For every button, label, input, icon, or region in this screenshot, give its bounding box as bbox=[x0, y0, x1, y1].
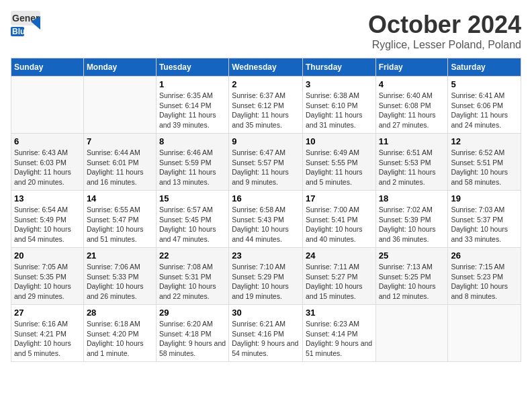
calendar-table: SundayMondayTuesdayWednesdayThursdayFrid… bbox=[11, 58, 521, 362]
header-wednesday: Wednesday bbox=[229, 58, 303, 77]
logo: General Blue bbox=[11, 11, 43, 39]
header-friday: Friday bbox=[375, 58, 448, 77]
day-number: 5 bbox=[451, 79, 518, 89]
header-monday: Monday bbox=[83, 58, 156, 77]
calendar-cell: 16Sunrise: 6:58 AMSunset: 5:43 PMDayligh… bbox=[229, 191, 303, 248]
calendar-cell: 3Sunrise: 6:38 AMSunset: 6:10 PMDaylight… bbox=[302, 77, 375, 134]
calendar-cell: 9Sunrise: 6:47 AMSunset: 5:57 PMDaylight… bbox=[229, 134, 303, 191]
day-info: Sunrise: 7:06 AMSunset: 5:33 PMDaylight:… bbox=[87, 262, 153, 302]
header-sunday: Sunday bbox=[11, 58, 84, 77]
calendar-header-row: SundayMondayTuesdayWednesdayThursdayFrid… bbox=[11, 58, 521, 77]
day-info: Sunrise: 6:49 AMSunset: 5:55 PMDaylight:… bbox=[306, 148, 373, 187]
day-info: Sunrise: 7:00 AMSunset: 5:41 PMDaylight:… bbox=[306, 205, 373, 244]
calendar-cell: 21Sunrise: 7:06 AMSunset: 5:33 PMDayligh… bbox=[83, 248, 156, 305]
day-number: 16 bbox=[232, 193, 300, 203]
day-number: 26 bbox=[451, 250, 518, 261]
day-number: 8 bbox=[159, 136, 226, 146]
calendar-cell: 8Sunrise: 6:46 AMSunset: 5:59 PMDaylight… bbox=[156, 134, 228, 191]
calendar-cell bbox=[83, 77, 156, 134]
calendar-cell: 23Sunrise: 7:10 AMSunset: 5:29 PMDayligh… bbox=[229, 248, 303, 305]
week-row-2: 6Sunrise: 6:43 AMSunset: 6:03 PMDaylight… bbox=[11, 134, 521, 191]
calendar-cell: 10Sunrise: 6:49 AMSunset: 5:55 PMDayligh… bbox=[302, 134, 375, 191]
header-thursday: Thursday bbox=[302, 58, 375, 77]
calendar-cell: 31Sunrise: 6:23 AMSunset: 4:14 PMDayligh… bbox=[302, 305, 375, 362]
day-number: 10 bbox=[306, 136, 373, 146]
day-number: 2 bbox=[232, 79, 300, 89]
calendar-cell: 13Sunrise: 6:54 AMSunset: 5:49 PMDayligh… bbox=[11, 191, 84, 248]
day-number: 6 bbox=[14, 136, 81, 146]
calendar-cell: 11Sunrise: 6:51 AMSunset: 5:53 PMDayligh… bbox=[375, 134, 448, 191]
calendar-cell: 6Sunrise: 6:43 AMSunset: 6:03 PMDaylight… bbox=[11, 134, 84, 191]
calendar-cell: 28Sunrise: 6:18 AMSunset: 4:20 PMDayligh… bbox=[83, 305, 156, 362]
calendar-cell bbox=[448, 305, 521, 362]
calendar-cell: 20Sunrise: 7:05 AMSunset: 5:35 PMDayligh… bbox=[11, 248, 84, 305]
day-info: Sunrise: 6:37 AMSunset: 6:12 PMDaylight:… bbox=[232, 91, 300, 130]
calendar-cell: 22Sunrise: 7:08 AMSunset: 5:31 PMDayligh… bbox=[156, 248, 228, 305]
week-row-4: 20Sunrise: 7:05 AMSunset: 5:35 PMDayligh… bbox=[11, 248, 521, 305]
day-info: Sunrise: 6:55 AMSunset: 5:47 PMDaylight:… bbox=[87, 205, 153, 244]
calendar-cell: 25Sunrise: 7:13 AMSunset: 5:25 PMDayligh… bbox=[375, 248, 448, 305]
calendar-cell: 18Sunrise: 7:02 AMSunset: 5:39 PMDayligh… bbox=[375, 191, 448, 248]
day-info: Sunrise: 6:51 AMSunset: 5:53 PMDaylight:… bbox=[379, 148, 445, 187]
header-saturday: Saturday bbox=[448, 58, 521, 77]
day-info: Sunrise: 6:57 AMSunset: 5:45 PMDaylight:… bbox=[159, 205, 226, 244]
day-number: 13 bbox=[14, 193, 81, 203]
calendar-cell bbox=[375, 305, 448, 362]
day-info: Sunrise: 6:44 AMSunset: 6:01 PMDaylight:… bbox=[87, 148, 153, 187]
day-number: 20 bbox=[14, 250, 81, 261]
title-block: October 2024 Ryglice, Lesser Poland, Pol… bbox=[368, 11, 521, 51]
day-info: Sunrise: 6:54 AMSunset: 5:49 PMDaylight:… bbox=[14, 205, 81, 244]
day-info: Sunrise: 7:08 AMSunset: 5:31 PMDaylight:… bbox=[159, 262, 226, 302]
calendar-cell: 29Sunrise: 6:20 AMSunset: 4:18 PMDayligh… bbox=[156, 305, 228, 362]
day-info: Sunrise: 6:38 AMSunset: 6:10 PMDaylight:… bbox=[306, 91, 373, 130]
day-info: Sunrise: 6:41 AMSunset: 6:06 PMDaylight:… bbox=[451, 91, 518, 130]
day-info: Sunrise: 6:18 AMSunset: 4:20 PMDaylight:… bbox=[87, 319, 153, 359]
day-info: Sunrise: 6:52 AMSunset: 5:51 PMDaylight:… bbox=[451, 148, 518, 187]
day-info: Sunrise: 7:13 AMSunset: 5:25 PMDaylight:… bbox=[379, 262, 445, 302]
calendar-cell: 19Sunrise: 7:03 AMSunset: 5:37 PMDayligh… bbox=[448, 191, 521, 248]
day-number: 31 bbox=[306, 308, 373, 318]
day-number: 12 bbox=[451, 136, 518, 146]
day-number: 24 bbox=[306, 250, 373, 261]
day-number: 25 bbox=[379, 250, 445, 261]
calendar-cell: 2Sunrise: 6:37 AMSunset: 6:12 PMDaylight… bbox=[229, 77, 303, 134]
day-number: 19 bbox=[451, 193, 518, 203]
day-number: 30 bbox=[232, 308, 300, 318]
day-info: Sunrise: 7:10 AMSunset: 5:29 PMDaylight:… bbox=[232, 262, 300, 302]
calendar-cell: 4Sunrise: 6:40 AMSunset: 6:08 PMDaylight… bbox=[375, 77, 448, 134]
calendar-cell: 17Sunrise: 7:00 AMSunset: 5:41 PMDayligh… bbox=[302, 191, 375, 248]
day-info: Sunrise: 6:20 AMSunset: 4:18 PMDaylight:… bbox=[159, 319, 226, 359]
day-info: Sunrise: 6:21 AMSunset: 4:16 PMDaylight:… bbox=[232, 319, 300, 359]
day-number: 3 bbox=[306, 79, 373, 89]
week-row-3: 13Sunrise: 6:54 AMSunset: 5:49 PMDayligh… bbox=[11, 191, 521, 248]
day-number: 18 bbox=[379, 193, 445, 203]
day-number: 23 bbox=[232, 250, 300, 261]
day-number: 15 bbox=[159, 193, 226, 203]
day-number: 27 bbox=[14, 308, 81, 318]
day-number: 29 bbox=[159, 308, 226, 318]
day-number: 14 bbox=[87, 193, 153, 203]
day-info: Sunrise: 6:35 AMSunset: 6:14 PMDaylight:… bbox=[159, 91, 226, 130]
day-number: 7 bbox=[87, 136, 153, 146]
header-tuesday: Tuesday bbox=[156, 58, 228, 77]
calendar-cell: 12Sunrise: 6:52 AMSunset: 5:51 PMDayligh… bbox=[448, 134, 521, 191]
day-info: Sunrise: 6:46 AMSunset: 5:59 PMDaylight:… bbox=[159, 148, 226, 187]
day-info: Sunrise: 6:23 AMSunset: 4:14 PMDaylight:… bbox=[306, 319, 373, 359]
calendar-cell: 30Sunrise: 6:21 AMSunset: 4:16 PMDayligh… bbox=[229, 305, 303, 362]
week-row-5: 27Sunrise: 6:16 AMSunset: 4:21 PMDayligh… bbox=[11, 305, 521, 362]
calendar-cell bbox=[11, 77, 84, 134]
month-title: October 2024 bbox=[368, 11, 521, 39]
page-header: General Blue October 2024 Ryglice, Lesse… bbox=[11, 11, 521, 51]
day-info: Sunrise: 6:40 AMSunset: 6:08 PMDaylight:… bbox=[379, 91, 445, 130]
calendar-cell: 5Sunrise: 6:41 AMSunset: 6:06 PMDaylight… bbox=[448, 77, 521, 134]
day-info: Sunrise: 6:43 AMSunset: 6:03 PMDaylight:… bbox=[14, 148, 81, 187]
svg-text:Blue: Blue bbox=[12, 27, 30, 36]
calendar-cell: 26Sunrise: 7:15 AMSunset: 5:23 PMDayligh… bbox=[448, 248, 521, 305]
day-info: Sunrise: 6:16 AMSunset: 4:21 PMDaylight:… bbox=[14, 319, 81, 359]
calendar-cell: 24Sunrise: 7:11 AMSunset: 5:27 PMDayligh… bbox=[302, 248, 375, 305]
logo-svg: General Blue bbox=[11, 11, 40, 36]
day-number: 11 bbox=[379, 136, 445, 146]
day-number: 1 bbox=[159, 79, 226, 89]
location-title: Ryglice, Lesser Poland, Poland bbox=[368, 39, 521, 51]
day-number: 28 bbox=[87, 308, 153, 318]
